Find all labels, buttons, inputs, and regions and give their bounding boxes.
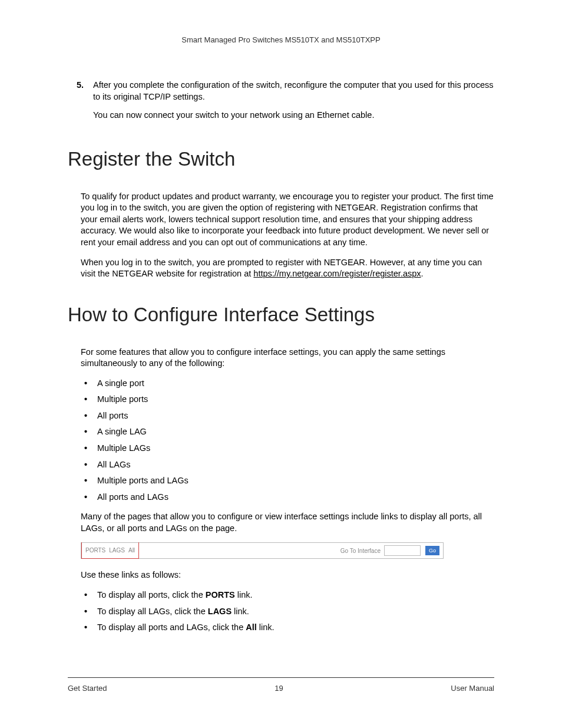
register-para-2: When you log in to the switch, you are p…	[81, 257, 494, 280]
list-item: To display all LAGs, click the LAGS link…	[81, 606, 494, 618]
tab-ports[interactable]: PORTS	[85, 547, 105, 554]
list-item: To display all ports, click the PORTS li…	[81, 589, 494, 601]
list-item: To display all ports and LAGs, click the…	[81, 622, 494, 634]
heading-how-to-configure: How to Configure Interface Settings	[68, 304, 494, 326]
link-usage-list: To display all ports, click the PORTS li…	[81, 589, 494, 634]
register-para-1: To qualify for product updates and produ…	[81, 191, 494, 249]
bold-text: All	[246, 622, 257, 632]
list-item: A single port	[81, 378, 494, 390]
register-link[interactable]: https://my.netgear.com/register/register…	[253, 269, 421, 278]
footer-left: Get Started	[68, 684, 107, 693]
bold-text: PORTS	[206, 590, 235, 599]
tab-group: PORTS LAGS All	[81, 542, 139, 559]
configure-intro: For some features that allow you to conf…	[81, 347, 494, 370]
interface-targets-list: A single port Multiple ports All ports A…	[81, 378, 494, 503]
list-item: Multiple ports	[81, 394, 494, 406]
configure-para-2: Many of the pages that allow you to conf…	[81, 511, 494, 534]
step-5-sub: You can now connect your switch to your …	[93, 110, 494, 121]
interface-toolbar-figure: PORTS LAGS All Go To Interface Go	[81, 542, 444, 559]
page-header: Smart Managed Pro Switches MS510TX and M…	[68, 35, 494, 44]
register-para-2b: .	[421, 269, 424, 278]
heading-register-the-switch: Register the Switch	[68, 148, 494, 170]
footer-page-number: 19	[275, 684, 283, 693]
page-footer: Get Started 19 User Manual	[68, 677, 494, 693]
list-item: A single LAG	[81, 426, 494, 438]
bold-text: LAGS	[208, 607, 232, 616]
text: link.	[232, 607, 249, 616]
go-to-interface-input[interactable]	[384, 545, 421, 556]
step-text: After you complete the configuration of …	[93, 80, 494, 103]
list-item: Multiple ports and LAGs	[81, 475, 494, 487]
tab-all[interactable]: All	[128, 547, 135, 554]
list-item: Multiple LAGs	[81, 443, 494, 454]
text: link.	[257, 622, 275, 632]
configure-para-3: Use these links as follows:	[81, 569, 494, 581]
text: To display all ports and LAGs, click the	[97, 622, 246, 632]
step-5: 5. After you complete the configuration …	[77, 80, 494, 103]
footer-right: User Manual	[451, 684, 494, 693]
text: To display all LAGs, click the	[97, 607, 208, 616]
list-item: All ports	[81, 410, 494, 422]
text: To display all ports, click the	[97, 590, 206, 599]
step-number: 5.	[77, 80, 93, 103]
tab-lags[interactable]: LAGS	[109, 547, 125, 554]
go-to-interface-label: Go To Interface	[340, 548, 381, 554]
list-item: All LAGs	[81, 459, 494, 471]
page: Smart Managed Pro Switches MS510TX and M…	[0, 0, 562, 728]
list-item: All ports and LAGs	[81, 492, 494, 503]
go-button[interactable]: Go	[425, 546, 439, 555]
text: link.	[235, 590, 253, 599]
